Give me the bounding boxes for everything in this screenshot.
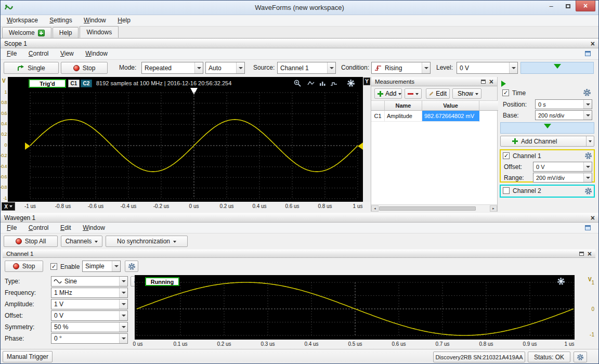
plot-mode-step-icon[interactable] [330,80,337,86]
scrollbar-thumb[interactable] [379,206,476,211]
add-instrument-icon [38,30,45,36]
condition-select[interactable]: Rising [371,62,431,74]
tab-help[interactable]: Help [53,27,79,38]
wavegen-menu-control[interactable]: Control [24,223,54,233]
channel1-offset-marker-right[interactable] [358,142,363,150]
float-panel-icon[interactable] [481,80,486,84]
wavegen-menu-file[interactable]: File [2,223,21,233]
auto-select[interactable]: Auto [205,62,245,74]
measurements-close-icon[interactable]: × [489,78,493,85]
scope-menu-window[interactable]: Window [81,48,112,59]
trigger-position-slider[interactable] [520,62,594,74]
undock-window-icon[interactable] [585,51,591,56]
wavegen-menu-edit[interactable]: Edit [56,223,76,233]
wavegen-menu-window[interactable]: Window [78,223,110,233]
menu-settings[interactable]: Settings [45,15,76,26]
scope-display[interactable]: Trig'd C1 C2 8192 samples at 100 MHz | 2… [8,77,363,202]
wavegen-display-gear-icon[interactable] [557,277,565,285]
wavegen-close-icon[interactable]: × [591,214,595,222]
enable-checkbox[interactable]: ✓ [50,263,57,270]
tab-windows[interactable]: Windows [80,26,119,38]
channel2-badge[interactable]: C2 [81,80,92,87]
measurements-hscrollbar[interactable]: ◄ ► [371,204,497,212]
plot-mode-line-icon[interactable] [307,80,315,86]
statusbar: Manual Trigger Discovery2RB SN:210321A41… [1,349,598,364]
base-select[interactable]: 200 ns/div [535,110,592,120]
stop-all-button[interactable]: Stop All [4,236,58,247]
channel1-badge[interactable]: C1 [68,80,80,87]
scope-menu-file[interactable]: File [2,48,21,59]
scope-stop-button[interactable]: Stop [61,62,108,74]
zoom-icon[interactable] [293,79,302,87]
menu-workspace[interactable]: Workspace [2,15,43,26]
x-axis-button[interactable]: X [2,202,15,211]
add-measurement-button[interactable]: Add [374,88,402,99]
y-tick-label: -1 [3,196,7,201]
remove-measurement-button[interactable] [405,88,422,99]
trigger-level-arrow-icon[interactable] [554,64,561,72]
wavegen-stop-button[interactable]: Stop [5,261,43,272]
scope-close-icon[interactable]: × [591,40,595,47]
scroll-left-icon[interactable]: ◄ [371,205,379,212]
scope-plot[interactable] [8,77,363,202]
wavegen-mode-select[interactable]: Simple [82,261,121,272]
channels-dropdown-button[interactable]: Channels [61,236,102,247]
undock-window-icon[interactable] [585,225,591,230]
manual-trigger-button[interactable]: Manual Trigger [3,351,53,362]
y-axis-button[interactable]: Y [363,77,370,85]
wavegen-channel-close-icon[interactable]: × [588,250,592,257]
level-select[interactable]: 0 V [457,62,518,74]
measurement-row-name[interactable]: Amplitude [385,111,422,122]
time-gear-icon[interactable] [583,88,591,97]
channel1-checkbox[interactable]: ✓ [503,152,510,159]
mode-select[interactable]: Repeated [141,62,203,74]
y-tick-label: 0.8 [1,100,7,105]
time-position-slider[interactable] [500,122,594,134]
offset-select[interactable]: 0 V [51,310,128,321]
scroll-right-icon[interactable]: ► [490,205,497,212]
channel1-offset-marker-left[interactable] [25,142,30,150]
channel1-range-select[interactable]: 200 mV/div [533,173,592,183]
menu-window[interactable]: Window [79,15,111,26]
measurement-row-channel[interactable]: C1 [371,111,385,122]
tab-welcome[interactable]: Welcome [2,27,51,38]
menu-help[interactable]: Help [113,15,135,26]
add-channel-button[interactable]: Add Channel [500,136,594,147]
channel2-gear-icon[interactable] [584,187,592,195]
wavegen-mode-gear-button[interactable] [125,261,138,272]
plot-mode-histogram-icon[interactable] [319,80,326,86]
frequency-select[interactable]: 1 MHz [51,288,128,298]
chevron-down-icon [173,241,176,244]
minimize-button[interactable]: – [543,1,559,11]
source-select[interactable]: Channel 1 [277,62,336,74]
device-selector[interactable]: Discovery2RB SN:210321A419AA [433,352,525,362]
symmetry-select[interactable]: 50 % [51,322,128,332]
y-tick-label: 0.6 [1,111,7,116]
single-button[interactable]: Single [4,62,59,74]
channel1-gear-icon[interactable] [584,152,592,160]
x-tick-label: 0.4 us [304,341,318,347]
collapse-panel-arrow-icon[interactable] [501,81,509,87]
channel2-checkbox[interactable] [503,187,510,194]
x-tick-label: 0.6 us [285,203,299,209]
edit-measurement-button[interactable]: Edit [426,88,450,99]
measurement-row-value[interactable]: 982.672664802 mV [422,111,479,122]
scope-menu-control[interactable]: Control [24,48,54,59]
scope-menu-view[interactable]: View [56,48,79,59]
type-select[interactable]: Sine [51,276,128,287]
add-channel-dropdown[interactable] [586,136,594,146]
scope-display-gear-icon[interactable] [347,79,355,87]
chevron-down-icon [194,62,203,73]
time-checkbox[interactable]: ✓ [502,89,509,96]
sync-dropdown-button[interactable]: No synchronization [106,236,188,247]
status-gear-button[interactable] [574,352,587,362]
amplitude-select[interactable]: 1 V [51,299,128,309]
close-button[interactable]: × [576,1,595,11]
show-measurement-button[interactable]: Show [452,88,481,99]
measurements-col-name: Name [385,101,422,111]
position-select[interactable]: 0 s [535,99,592,109]
maximize-button[interactable] [560,1,576,11]
channel1-offset-select[interactable]: 0 V [533,162,592,172]
time-position-arrow-icon[interactable] [544,124,551,132]
float-panel-icon[interactable] [579,252,584,256]
